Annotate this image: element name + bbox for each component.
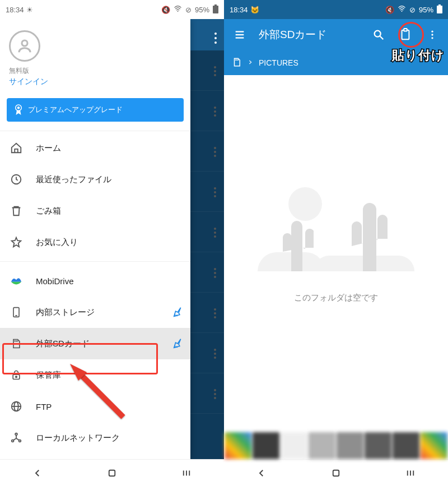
clean-icon[interactable] xyxy=(172,337,185,350)
breadcrumb-bar[interactable]: PICTURES xyxy=(224,50,448,75)
storage-internal[interactable]: 内部ストレージ xyxy=(0,297,190,328)
breadcrumb-folder: PICTURES xyxy=(259,58,298,67)
menu-trash[interactable]: ごみ箱 xyxy=(0,195,190,226)
battery-pct: 95% xyxy=(419,6,433,14)
wifi-icon xyxy=(174,6,182,14)
globe-icon xyxy=(10,400,22,413)
menu-home[interactable]: ホーム xyxy=(0,132,190,164)
hamburger-menu-button[interactable] xyxy=(228,24,251,46)
svg-point-0 xyxy=(178,11,179,12)
svg-point-1 xyxy=(22,40,27,46)
sd-card-icon xyxy=(232,57,242,70)
sd-card-icon xyxy=(10,337,22,350)
menu-recent[interactable]: 最近使ったファイル xyxy=(0,164,190,195)
trash-icon xyxy=(10,205,22,217)
avatar[interactable] xyxy=(9,30,40,62)
svg-rect-29 xyxy=(404,29,407,31)
clock-icon xyxy=(10,173,22,186)
signin-link[interactable]: サインイン xyxy=(9,77,181,87)
clipboard-paste-button[interactable] xyxy=(394,24,417,46)
folder-content-area: このフォルダは空です xyxy=(224,75,448,432)
star-icon xyxy=(10,236,22,248)
system-nav-bar xyxy=(0,459,224,486)
overflow-menu-button[interactable] xyxy=(421,24,444,46)
svg-rect-36 xyxy=(333,470,339,476)
search-button[interactable] xyxy=(367,24,390,46)
empty-state-illustration xyxy=(263,182,409,283)
battery-pct: 95% xyxy=(195,6,209,14)
phone-left: 18:34☀ 🔇 ⊘ 95% xyxy=(0,0,224,486)
svg-point-3 xyxy=(17,107,20,109)
storage-ftp[interactable]: FTP xyxy=(0,391,190,422)
lock-icon xyxy=(10,369,22,381)
mute-icon: 🔇 xyxy=(385,6,394,14)
app-bar: 外部SDカード PICTURES xyxy=(224,19,448,75)
svg-rect-18 xyxy=(109,470,115,476)
svg-point-31 xyxy=(431,34,433,35)
status-time: 18:34 xyxy=(230,6,248,14)
phone-icon xyxy=(10,306,22,318)
status-bar: 18:34🐱 🔇 ⊘ 95% xyxy=(224,0,448,19)
nav-recents[interactable] xyxy=(164,462,209,484)
svg-point-30 xyxy=(431,31,433,33)
svg-line-27 xyxy=(380,36,384,40)
chevron-right-icon xyxy=(248,58,253,67)
svg-point-32 xyxy=(431,37,433,39)
status-bar: 18:34☀ 🔇 ⊘ 95% xyxy=(0,0,224,19)
empty-folder-text: このフォルダは空です xyxy=(294,293,378,303)
nav-back[interactable] xyxy=(239,462,284,484)
storage-vault[interactable]: 保管庫 xyxy=(0,359,190,391)
drawer-menu: ホーム 最近使ったファイル ごみ箱 お気に入り xyxy=(0,132,190,459)
recent-apps-strip xyxy=(224,432,448,459)
plan-label: 無料版 xyxy=(9,66,181,76)
phone-right: 18:34🐱 🔇 ⊘ 95% 外部SDカード PICTURES xyxy=(224,0,448,486)
storage-external-sd[interactable]: 外部SDカード xyxy=(0,328,190,359)
nav-recents[interactable] xyxy=(388,462,433,484)
svg-point-11 xyxy=(16,376,17,378)
clean-icon[interactable] xyxy=(172,306,185,318)
wifi-icon xyxy=(398,6,406,14)
nav-home[interactable] xyxy=(314,462,358,484)
nav-home[interactable] xyxy=(90,462,134,484)
menu-favorites[interactable]: お気に入り xyxy=(0,226,190,258)
status-time: 18:34 xyxy=(6,6,24,14)
home-icon xyxy=(10,142,22,154)
nodata-icon: ⊘ xyxy=(185,6,192,14)
svg-point-26 xyxy=(375,31,381,37)
storage-local-network[interactable]: ローカルネットワーク xyxy=(0,422,190,453)
nodata-icon: ⊘ xyxy=(409,6,416,14)
battery-icon xyxy=(213,6,218,13)
premium-upgrade-button[interactable]: プレミアムへアップグレード xyxy=(7,98,184,122)
nav-drawer: 無料版 サインイン プレミアムへアップグレード ホーム 最近使ったファイル xyxy=(0,19,190,459)
ribbon-icon xyxy=(13,104,24,116)
premium-label: プレミアムへアップグレード xyxy=(28,105,123,115)
svg-point-15 xyxy=(15,433,17,436)
nav-back[interactable] xyxy=(15,462,60,484)
app-bar-title: 外部SDカード xyxy=(255,27,363,42)
network-icon xyxy=(10,432,22,444)
mobidrive-icon xyxy=(10,275,22,287)
obscured-list xyxy=(190,50,224,459)
mute-icon: 🔇 xyxy=(161,6,170,14)
system-nav-bar xyxy=(224,459,448,486)
storage-mobidrive[interactable]: MobiDrive xyxy=(0,265,190,297)
svg-point-22 xyxy=(402,11,403,12)
battery-icon xyxy=(437,6,442,13)
